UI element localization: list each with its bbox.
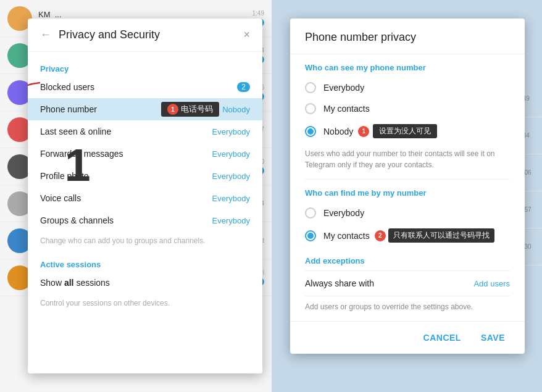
- show-all-sessions-item[interactable]: Show all sessions: [28, 272, 262, 294]
- nobody-see-label: Nobody: [323, 127, 353, 136]
- always-share-row: Always share with Add users: [305, 271, 510, 296]
- forwarded-messages-label: Forwarded messages: [40, 149, 212, 159]
- profile-photo-item[interactable]: Profile photo Everybody: [28, 165, 262, 187]
- my-contacts-see-label: My contacts: [323, 104, 370, 114]
- nobody-see-radio[interactable]: [305, 126, 316, 137]
- chat-time: 1:49: [244, 10, 264, 17]
- pp-title: Phone number privacy: [305, 31, 510, 44]
- contacts-annotation-tooltip: 只有联系人可以通过号码寻找: [388, 228, 494, 243]
- sessions-hint: Control your sessions on other devices.: [28, 294, 262, 317]
- pp-body: Who can see my phone number Everybody My…: [290, 54, 525, 248]
- save-button[interactable]: SAVE: [476, 329, 510, 346]
- my-contacts-find-label: My contacts: [323, 231, 370, 241]
- nobody-see-option[interactable]: Nobody 1 设置为没人可见: [305, 119, 510, 143]
- privacy-section-title: Privacy: [28, 59, 262, 76]
- privacy-security-dialog: ← Privacy and Security × Privacy Blocked…: [28, 19, 262, 373]
- back-button[interactable]: ←: [40, 28, 51, 41]
- last-seen-label: Last seen & online: [40, 127, 212, 136]
- everybody-find-option[interactable]: Everybody: [305, 202, 510, 223]
- phone-number-value: Nobody: [222, 105, 250, 114]
- exceptions-title: Add exceptions: [305, 248, 510, 271]
- last-seen-value: Everybody: [212, 127, 250, 136]
- profile-photo-label: Profile photo: [40, 171, 212, 181]
- nobody-annotation-tooltip: 设置为没人可见: [373, 124, 437, 138]
- everybody-see-label: Everybody: [323, 83, 364, 93]
- groups-channels-label: Groups & channels: [40, 215, 212, 225]
- blocked-users-badge: 2: [237, 82, 250, 92]
- override-hint: Add users or groups to override the sett…: [305, 296, 510, 321]
- forwarded-messages-item[interactable]: Forwarded messages Everybody: [28, 143, 262, 165]
- nobody-annotation-circle: 1: [358, 126, 369, 137]
- everybody-see-radio[interactable]: [305, 82, 316, 93]
- blocked-users-item[interactable]: Blocked users 2: [28, 76, 262, 98]
- everybody-see-option[interactable]: Everybody: [305, 77, 510, 98]
- voice-calls-label: Voice calls: [40, 193, 212, 203]
- my-contacts-find-option[interactable]: My contacts 2 只有联系人可以通过号码寻找: [305, 223, 510, 248]
- close-button[interactable]: ×: [243, 28, 250, 41]
- phone-tooltip: 1 电话号码: [161, 102, 219, 117]
- pp-see-hint: Users who add your number to their conta…: [305, 143, 510, 180]
- pp-exceptions: Add exceptions Always share with Add use…: [290, 248, 525, 321]
- my-contacts-find-radio[interactable]: [305, 230, 316, 241]
- everybody-find-label: Everybody: [323, 208, 364, 218]
- phone-number-item[interactable]: Phone number Nobody 1 电话号码: [28, 98, 262, 120]
- left-panel: KM_... ... 1:49 5496 草... 1:34 2 ...: [0, 0, 272, 392]
- phone-privacy-dialog: Phone number privacy Who can see my phon…: [290, 19, 525, 354]
- dialog-header: ← Privacy and Security ×: [28, 19, 262, 52]
- forwarded-messages-value: Everybody: [212, 149, 250, 159]
- my-contacts-see-radio[interactable]: [305, 103, 316, 114]
- dialog-body: Privacy Blocked users 2 Phone number Nob…: [28, 52, 262, 373]
- annotation-text: 电话号码: [181, 104, 213, 115]
- who-can-see-title: Who can see my phone number: [305, 54, 510, 77]
- right-panel: 1:49 1:34 21:06 20:57 17:30 Phone number…: [272, 0, 542, 392]
- chat-name: KM_...: [38, 10, 238, 19]
- show-all-sessions-label: Show all sessions: [40, 278, 250, 288]
- last-seen-item[interactable]: Last seen & online Everybody: [28, 120, 262, 143]
- dialog-title: Privacy and Security: [59, 28, 243, 41]
- privacy-hint: Change who can add you to groups and cha…: [28, 231, 262, 255]
- who-can-find-title: Who can find me by my number: [305, 180, 510, 202]
- pp-footer: CANCEL SAVE: [290, 321, 525, 354]
- cancel-button[interactable]: CANCEL: [419, 329, 466, 346]
- blocked-users-label: Blocked users: [40, 82, 237, 92]
- voice-calls-value: Everybody: [212, 194, 250, 203]
- add-users-button[interactable]: Add users: [473, 279, 510, 288]
- annotation-circle-1: 1: [167, 104, 178, 115]
- always-share-label: Always share with: [305, 278, 473, 288]
- my-contacts-see-option[interactable]: My contacts: [305, 98, 510, 119]
- sessions-section-title: Active sessions: [28, 255, 262, 272]
- groups-channels-item[interactable]: Groups & channels Everybody: [28, 209, 262, 231]
- groups-channels-value: Everybody: [212, 216, 250, 225]
- contacts-annotation-circle: 2: [375, 230, 386, 241]
- pp-header: Phone number privacy: [290, 19, 525, 54]
- voice-calls-item[interactable]: Voice calls Everybody: [28, 187, 262, 209]
- profile-photo-value: Everybody: [212, 172, 250, 181]
- everybody-find-radio[interactable]: [305, 207, 316, 219]
